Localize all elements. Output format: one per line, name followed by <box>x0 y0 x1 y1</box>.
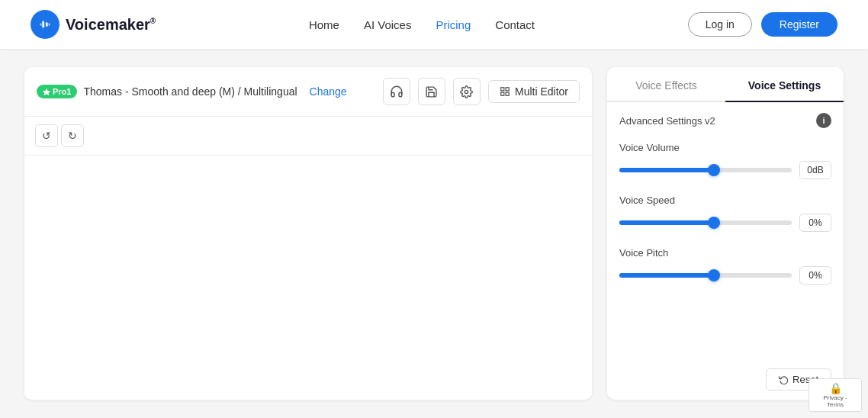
voice-volume-label: Voice Volume <box>619 142 831 153</box>
logo-area: Voicemaker® <box>31 10 156 39</box>
voice-name: Thomas - Smooth and deep (M) / Multiling… <box>83 85 297 98</box>
recaptcha-text: Privacy - Terms <box>815 394 855 408</box>
settings-button[interactable] <box>453 78 481 105</box>
svg-rect-3 <box>40 23 42 26</box>
info-icon[interactable]: i <box>816 113 831 128</box>
right-panel: Voice Effects Voice Settings Advanced Se… <box>607 67 844 400</box>
voice-pitch-slider-row: 0% <box>619 266 831 285</box>
header-actions: Log in Register <box>688 12 837 37</box>
svg-rect-8 <box>506 88 509 91</box>
voice-pitch-track[interactable] <box>619 273 792 278</box>
svg-marker-5 <box>43 88 50 95</box>
svg-rect-9 <box>501 92 504 95</box>
text-editor-area[interactable] <box>24 156 592 400</box>
voice-volume-group: Voice Volume 0dB <box>619 142 831 179</box>
pro-badge: Pro1 <box>37 85 77 98</box>
voice-pitch-label: Voice Pitch <box>619 247 831 259</box>
voice-volume-value: 0dB <box>799 161 831 179</box>
toolbar-icons: Multi Editor <box>383 78 580 105</box>
tab-voice-settings[interactable]: Voice Settings <box>725 67 844 102</box>
register-button[interactable]: Register <box>761 12 837 37</box>
voice-speed-value: 0% <box>799 214 831 232</box>
header: Voicemaker® Home AI Voices Pricing Conta… <box>0 0 868 49</box>
panel-tabs: Voice Effects Voice Settings <box>607 67 844 102</box>
undo-redo-bar: ↺ ↻ <box>24 117 592 156</box>
redo-button[interactable]: ↻ <box>61 124 84 147</box>
save-button[interactable] <box>418 78 445 105</box>
main-nav: Home AI Voices Pricing Contact <box>309 18 535 31</box>
nav-ai-voices[interactable]: AI Voices <box>364 18 412 31</box>
voice-volume-track[interactable] <box>619 168 792 172</box>
toolbar-voice: Pro1 Thomas - Smooth and deep (M) / Mult… <box>37 85 347 98</box>
undo-button[interactable]: ↺ <box>35 124 58 147</box>
nav-pricing[interactable]: Pricing <box>436 18 471 31</box>
logo-text: Voicemaker® <box>66 16 156 34</box>
recaptcha-logo: 🔒 <box>829 382 842 394</box>
svg-rect-1 <box>42 21 44 27</box>
svg-point-6 <box>465 90 468 93</box>
nav-contact[interactable]: Contact <box>495 18 535 31</box>
multi-editor-button[interactable]: Multi Editor <box>488 80 580 103</box>
svg-rect-10 <box>506 92 509 95</box>
change-voice-button[interactable]: Change <box>310 85 347 98</box>
svg-rect-7 <box>501 88 504 91</box>
svg-rect-4 <box>49 23 50 26</box>
login-button[interactable]: Log in <box>688 12 752 37</box>
editor-toolbar: Pro1 Thomas - Smooth and deep (M) / Mult… <box>24 67 592 117</box>
voice-pitch-value: 0% <box>799 266 831 285</box>
nav-home[interactable]: Home <box>309 18 339 31</box>
main-content: Pro1 Thomas - Smooth and deep (M) / Mult… <box>0 49 868 418</box>
voice-speed-track[interactable] <box>619 220 792 225</box>
editor-panel: Pro1 Thomas - Smooth and deep (M) / Mult… <box>24 67 592 400</box>
voice-volume-slider-row: 0dB <box>619 161 831 179</box>
advanced-settings-row: Advanced Settings v2 i <box>619 113 831 128</box>
headphones-button[interactable] <box>383 78 410 105</box>
voice-settings-content: Advanced Settings v2 i Voice Volume 0dB … <box>607 102 844 365</box>
recaptcha-badge: 🔒 Privacy - Terms <box>809 378 862 412</box>
advanced-settings-label: Advanced Settings v2 <box>619 115 715 127</box>
logo-icon <box>31 10 59 39</box>
tab-voice-effects[interactable]: Voice Effects <box>607 67 725 102</box>
voice-pitch-group: Voice Pitch 0% <box>619 247 831 285</box>
svg-rect-2 <box>46 22 48 27</box>
voice-speed-group: Voice Speed 0% <box>619 195 831 232</box>
voice-speed-label: Voice Speed <box>619 195 831 206</box>
voice-speed-slider-row: 0% <box>619 214 831 232</box>
